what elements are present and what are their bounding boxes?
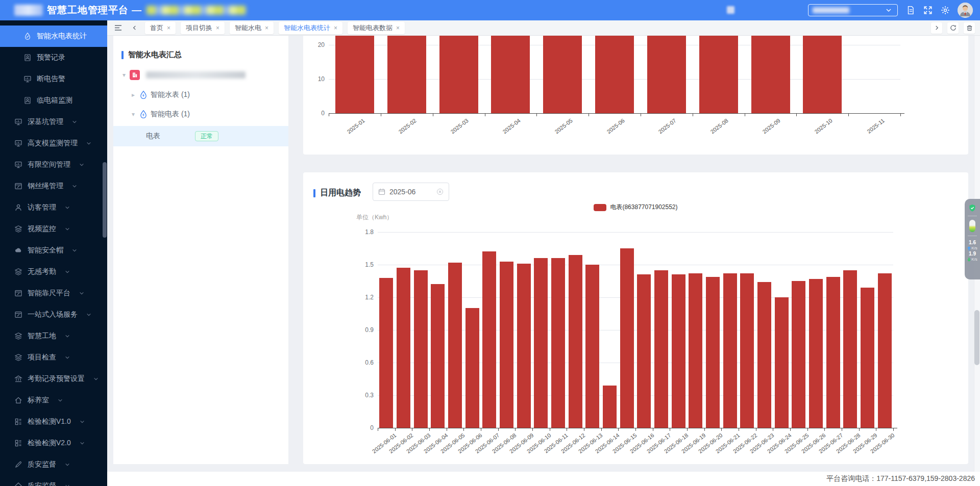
sidebar-item[interactable]: 智慧工地	[0, 325, 107, 347]
sidebar-item-label: 视频监控	[28, 224, 56, 234]
x-axis-tick	[589, 114, 589, 116]
x-axis-tick	[704, 428, 705, 431]
sidebar-item[interactable]: 质安监督	[0, 454, 107, 475]
layers-icon	[14, 332, 22, 340]
y-axis-tick-label: 1.2	[353, 294, 374, 301]
tab-close-icon[interactable]: ×	[216, 25, 219, 31]
bar-2025-06-30	[878, 273, 892, 428]
sidebar-item[interactable]: 钢丝绳管理	[0, 175, 107, 197]
tab-bar: 首页×项目切换×智能水电×智能水电表统计×智能电表数据×	[107, 20, 980, 36]
sidebar-item[interactable]: 项目检查	[0, 347, 107, 368]
tree-root-row[interactable]: ▾	[113, 70, 288, 80]
sidebar-scrollbar-thumb[interactable]	[103, 162, 107, 238]
content-scrollbar-thumb[interactable]	[974, 310, 979, 365]
widget-divider	[968, 236, 977, 236]
sidebar-item-label: 预警记录	[37, 53, 65, 62]
document-icon[interactable]	[905, 6, 915, 15]
frame-icon	[14, 289, 22, 297]
sidebar-item[interactable]: 有限空间管理	[0, 154, 107, 175]
sidebar-item[interactable]: 一站式入场服务	[0, 304, 107, 325]
sidebar-item[interactable]: 断电告警	[0, 68, 107, 90]
x-axis-tick	[536, 114, 537, 116]
sidebar-item[interactable]: 视频监控	[0, 218, 107, 240]
bar-2025-09	[751, 36, 790, 113]
tree-node-electric[interactable]: ▾ 智能电表 (1)	[113, 110, 288, 119]
caret-down-icon[interactable]: ▾	[120, 71, 128, 79]
daily-usage-chart: 00.30.60.91.21.51.82025-06-012025-06-022…	[303, 172, 968, 464]
x-axis-tick	[550, 428, 550, 431]
network-monitor-widget[interactable]: 1.6 K/s 1.9 K/s	[965, 199, 980, 279]
gridline	[378, 232, 893, 233]
sidebar-item[interactable]: 预警记录	[0, 47, 107, 68]
sidebar-item[interactable]: 检验检测V1.0	[0, 411, 107, 432]
sidebar-item-label: 智能安全帽	[28, 246, 63, 255]
project-select[interactable]	[808, 4, 898, 16]
sidebar-item[interactable]: 深基坑管理	[0, 111, 107, 133]
bar-2025-06-02	[397, 268, 410, 428]
tab-close-icon[interactable]: ×	[334, 25, 337, 31]
user-avatar[interactable]	[958, 3, 973, 18]
tab-close-icon[interactable]: ×	[265, 25, 268, 31]
main-content: 智能水电表汇总 ▾ ▸ 智能水表 (1) ▾	[107, 36, 980, 472]
sidebar-item-label: 无感考勤	[28, 267, 56, 276]
caret-right-icon[interactable]: ▸	[130, 91, 137, 98]
tab-智能水电[interactable]: 智能水电×	[230, 22, 274, 34]
sidebar-item[interactable]: 标养室	[0, 390, 107, 411]
redacted-project-name	[146, 71, 246, 79]
sidebar-item[interactable]: 无感考勤	[0, 261, 107, 283]
sidebar-item[interactable]: 检验检测V2.0	[0, 432, 107, 454]
bar-2025-01	[335, 36, 374, 113]
tab-close-icon[interactable]: ×	[396, 25, 400, 31]
monthly-usage-chart: 010202025-012025-022025-032025-042025-05…	[303, 36, 968, 155]
x-axis-label: 2025-09	[762, 117, 781, 135]
sidebar-item[interactable]: 智能安全帽	[0, 240, 107, 261]
tree-node-water[interactable]: ▸ 智能水表 (1)	[113, 90, 288, 99]
monitor-icon	[14, 118, 22, 126]
sidebar-item-label: 质安监督	[28, 481, 56, 486]
bar-2025-08	[699, 36, 738, 113]
bank-icon	[14, 375, 22, 383]
tab-智能水电表统计[interactable]: 智能水电表统计×	[279, 22, 342, 34]
tabs-next-icon[interactable]	[931, 22, 942, 34]
sidebar-item[interactable]: 智能靠尺平台	[0, 283, 107, 304]
sidebar-item[interactable]: 智能水电表统计	[0, 25, 107, 47]
tab-项目切换[interactable]: 项目切换×	[181, 22, 225, 34]
sidebar-item-label: 断电告警	[37, 74, 65, 84]
tab-close-icon[interactable]: ×	[167, 25, 170, 31]
x-axis-label: 2025-11	[866, 117, 886, 135]
sidebar-item[interactable]: 访客管理	[0, 197, 107, 218]
x-axis-tick	[433, 114, 433, 116]
x-axis-tick	[848, 114, 849, 116]
tab-首页[interactable]: 首页×	[145, 22, 176, 34]
menu-collapse-icon[interactable]	[112, 22, 124, 34]
caret-down-icon[interactable]: ▾	[130, 111, 137, 118]
diamond-icon	[14, 482, 22, 486]
bar-2025-06-28	[843, 270, 857, 428]
refresh-icon[interactable]	[947, 22, 959, 34]
tree-leaf-meter-row[interactable]: 电表 正常	[113, 126, 288, 146]
x-axis-tick	[378, 428, 378, 431]
tab-智能电表数据[interactable]: 智能电表数据×	[348, 22, 405, 34]
bar-2025-06-09	[517, 264, 531, 428]
sidebar-item-label: 智能水电表统计	[37, 32, 87, 41]
tabs-prev-icon[interactable]	[129, 22, 140, 34]
header-actions	[808, 0, 973, 20]
chevron-down-icon	[79, 161, 84, 169]
sidebar-item[interactable]: 高支模监测管理	[0, 133, 107, 154]
chevron-down-icon	[58, 396, 63, 404]
sidebar-item[interactable]: 质安监督	[0, 475, 107, 486]
trash-icon[interactable]	[964, 22, 975, 34]
sidebar-menu: 智能水电表统计预警记录断电告警临电箱监测深基坑管理高支模监测管理有限空间管理钢丝…	[0, 20, 107, 486]
chevron-down-icon	[93, 375, 99, 383]
x-axis-tick	[463, 428, 464, 431]
chevron-down-icon	[65, 482, 70, 486]
electric-meter-icon	[139, 110, 148, 119]
x-axis-label: 2025-01	[346, 117, 365, 135]
chevron-down-icon	[65, 332, 70, 340]
sidebar-item[interactable]: 考勤记录预警设置	[0, 368, 107, 390]
x-axis-tick	[447, 428, 447, 431]
settings-gear-icon[interactable]	[940, 6, 950, 15]
y-axis-tick-label: 10	[304, 75, 325, 83]
sidebar-item[interactable]: 临电箱监测	[0, 90, 107, 111]
fullscreen-icon[interactable]	[923, 6, 933, 15]
